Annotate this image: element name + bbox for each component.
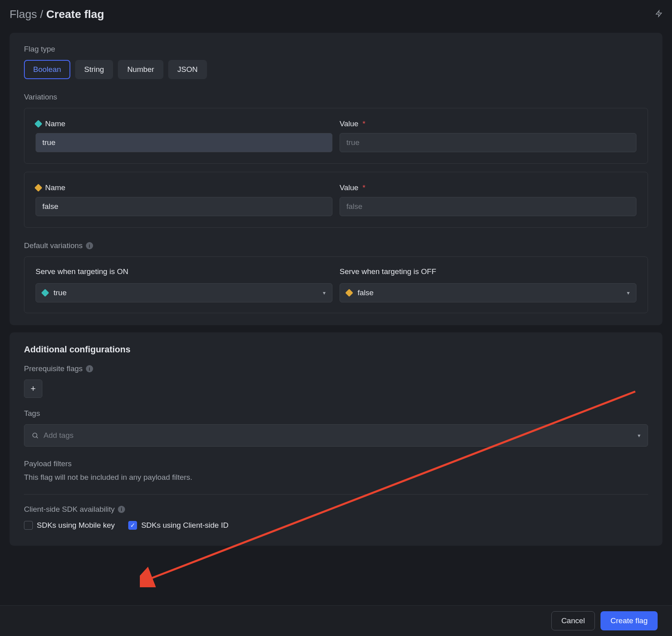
variation-name-input[interactable] [36,133,332,152]
breadcrumb-separator: / [40,8,43,20]
payload-filters-label: Payload filters [24,458,648,470]
info-icon[interactable]: i [86,242,93,249]
tab-json[interactable]: JSON [168,60,207,79]
variation-value-label: Value* [340,183,636,192]
default-variations-panel: Serve when targeting is ON true ▾ Serve … [24,256,648,313]
prerequisite-flags-label: Prerequisite flags i [24,364,648,373]
variation-value-label: Value* [340,119,636,128]
flag-type-label: Flag type [24,45,648,54]
flag-type-tabs: Boolean String Number JSON [24,60,648,79]
chevron-down-icon: ▾ [323,290,326,296]
checkbox-box [24,521,33,530]
info-icon[interactable]: i [118,506,125,513]
checkbox-label: SDKs using Client-side ID [141,521,229,530]
additional-config-title: Additional configurations [24,344,648,355]
add-prerequisite-button[interactable]: + [24,380,42,398]
cancel-button[interactable]: Cancel [551,611,595,630]
required-marker: * [362,183,365,192]
variations-label: Variations [24,93,648,101]
serve-off-select[interactable]: false ▾ [340,283,636,302]
diamond-icon [34,184,42,192]
variation-value-input [340,197,636,216]
divider [24,494,648,495]
footer-bar: Cancel Create flag [0,605,672,636]
diamond-icon [34,120,42,128]
field-label-text: Name [45,183,66,192]
diamond-icon [345,289,353,297]
tab-string[interactable]: String [75,60,113,79]
breadcrumb-current: Create flag [46,8,104,20]
variation-name-input[interactable] [36,197,332,216]
tab-number[interactable]: Number [118,60,163,79]
tab-boolean[interactable]: Boolean [24,60,70,79]
breadcrumb: Flags / Create flag [10,8,104,21]
variation-card: Name Value* [24,172,648,228]
select-value: true [54,288,67,297]
search-icon [32,432,39,439]
label-text: Default variations [24,241,83,250]
required-marker: * [362,119,365,128]
tags-label: Tags [24,409,648,418]
serve-off-label: Serve when targeting is OFF [340,267,636,276]
field-label-text: Value [340,183,358,192]
sdk-client-checkbox[interactable]: ✓ SDKs using Client-side ID [128,521,229,530]
tags-input-container[interactable]: ▾ [24,424,648,447]
info-icon[interactable]: i [86,365,93,372]
label-text: Prerequisite flags [24,364,83,373]
additional-config-panel: Additional configurations Prerequisite f… [10,332,662,546]
checkbox-label: SDKs using Mobile key [37,521,115,530]
sdk-mobile-checkbox[interactable]: SDKs using Mobile key [24,521,115,530]
svg-line-2 [36,437,38,438]
plus-icon: + [31,384,36,394]
diamond-icon [41,289,49,297]
create-flag-button[interactable]: Create flag [600,611,658,630]
variation-name-label: Name [36,119,332,128]
serve-on-select[interactable]: true ▾ [36,283,332,302]
payload-filters-text: This flag will not be included in any pa… [24,471,648,483]
svg-marker-0 [656,10,662,16]
bolt-icon[interactable] [655,9,662,20]
serve-on-label: Serve when targeting is ON [36,267,332,276]
variation-value-input [340,133,636,152]
sdk-availability-label: Client-side SDK availability i [24,505,648,514]
checkbox-box: ✓ [128,521,137,530]
field-label-text: Name [45,119,66,128]
chevron-down-icon: ▾ [627,290,630,296]
svg-point-1 [33,433,37,437]
flag-config-panel: Flag type Boolean String Number JSON Var… [10,33,662,325]
variation-card: Name Value* [24,108,648,164]
variation-name-label: Name [36,183,332,192]
chevron-down-icon: ▾ [638,432,640,439]
select-value: false [358,288,374,297]
tags-input[interactable] [44,431,633,440]
label-text: Client-side SDK availability [24,505,115,514]
breadcrumb-parent[interactable]: Flags [10,8,37,20]
field-label-text: Value [340,119,358,128]
default-variations-label: Default variations i [24,241,648,250]
